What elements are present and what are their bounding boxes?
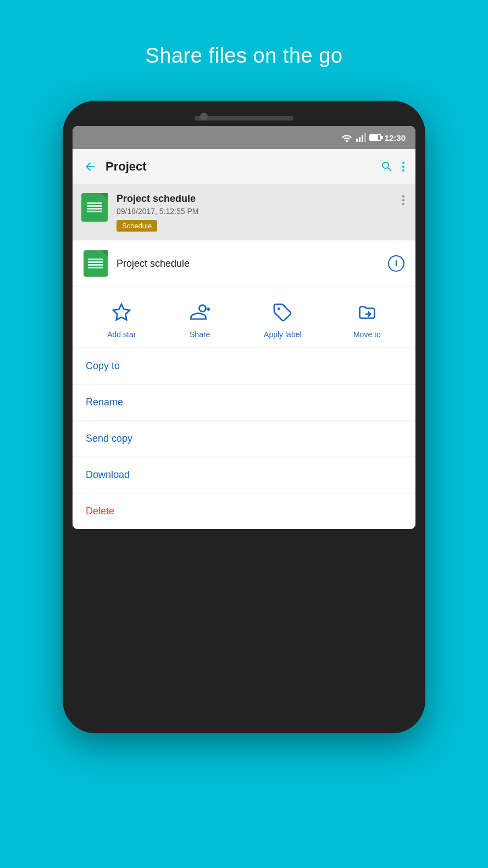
app-title: Project [106, 160, 374, 174]
search-button[interactable] [380, 160, 393, 173]
wifi-icon [341, 133, 353, 142]
file-more-button[interactable] [400, 193, 407, 207]
info-button[interactable]: i [388, 255, 404, 272]
apply-label-action[interactable]: Apply label [264, 300, 302, 339]
move-to-action[interactable]: Move to [353, 300, 381, 339]
file-item: Project schedule 09/18/2017, 5:12:55 PM … [73, 184, 415, 240]
move-to-label: Move to [353, 330, 381, 339]
svg-rect-3 [364, 133, 366, 142]
star-icon [109, 300, 134, 325]
person-add-icon [188, 300, 212, 325]
sheet-header: Project schedule i [73, 240, 415, 287]
share-action[interactable]: Share [188, 300, 212, 339]
file-info: Project schedule 09/18/2017, 5:12:55 PM … [117, 193, 391, 232]
actions-row: Add star Share [73, 287, 415, 348]
info-icon: i [395, 259, 397, 268]
file-name: Project schedule [117, 193, 391, 205]
svg-rect-2 [362, 135, 363, 142]
label-icon [270, 300, 295, 325]
add-star-label: Add star [107, 330, 136, 339]
phone-frame: 12:30 Project [63, 101, 425, 733]
phone-speaker [195, 116, 293, 120]
file-label-badge: Schedule [117, 220, 157, 232]
phone-screen: 12:30 Project [73, 126, 415, 529]
apply-label-label: Apply label [264, 330, 302, 339]
download-item[interactable]: Download [73, 457, 415, 493]
rename-item[interactable]: Rename [73, 384, 415, 421]
delete-item[interactable]: Delete [73, 493, 415, 529]
share-label: Share [190, 330, 210, 339]
file-type-icon [81, 193, 108, 222]
status-bar: 12:30 [73, 126, 415, 149]
app-bar: Project [73, 149, 415, 184]
svg-rect-1 [359, 137, 361, 142]
signal-icon [356, 133, 366, 142]
status-icons: 12:30 [341, 133, 406, 142]
bottom-sheet: Project schedule i Add star [73, 240, 415, 529]
status-time: 12:30 [385, 133, 406, 142]
svg-marker-4 [113, 304, 130, 320]
svg-rect-0 [356, 139, 358, 142]
more-options-button[interactable] [400, 160, 407, 174]
file-date: 09/18/2017, 5:12:55 PM [117, 207, 391, 216]
sheet-file-name: Project schedule [117, 258, 379, 270]
phone-camera [200, 113, 208, 120]
svg-point-7 [278, 307, 280, 310]
back-button[interactable] [81, 158, 99, 175]
sheet-file-icon [84, 250, 108, 277]
add-star-action[interactable]: Add star [107, 300, 136, 339]
battery-icon [369, 134, 381, 141]
page-headline: Share files on the go [145, 44, 342, 68]
send-copy-item[interactable]: Send copy [73, 421, 415, 457]
folder-move-icon [355, 300, 379, 325]
copy-to-item[interactable]: Copy to [73, 348, 415, 384]
